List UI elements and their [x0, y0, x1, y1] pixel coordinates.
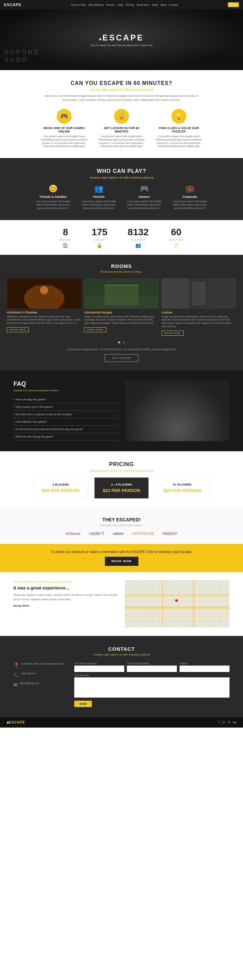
who-friends: 😊 Friends & Families Cras pretium sapien… — [35, 185, 72, 210]
friends-icon: 😊 — [35, 185, 72, 193]
faq-question-3: Are there films or games similar to this… — [13, 413, 118, 416]
faq-question-5: Do we have to wear special costumes to p… — [13, 428, 118, 431]
room-hangar-title: Abandoned Hangar — [84, 311, 158, 314]
logo-valient: valient — [113, 532, 123, 536]
logo-kinekat: KINEKAT — [162, 532, 177, 536]
nav-shop[interactable]: Shop — [152, 3, 158, 6]
pricing-2players-label: 2 PLAYERS — [39, 483, 82, 486]
faq-item-2[interactable]: Why should I join in this game? — [13, 403, 118, 411]
who-section: WHO CAN PLAY? Vivamus eget sapien vel ni… — [0, 158, 243, 220]
map-grid-overlay — [125, 580, 230, 627]
stat-locks: 175 LOCKS 🔒 — [92, 227, 108, 248]
feature-book: 🎮 BOOK ONE OF OUR GAMES ONLINE Cras pret… — [40, 109, 88, 148]
rooms-title: ROOMS — [7, 263, 236, 269]
nav-who-attends[interactable]: Who Attends — [88, 3, 104, 6]
faq-question-6: Will it be safe during the game? — [13, 435, 118, 438]
nav-book-now[interactable]: Book Now — [137, 3, 149, 6]
pricing-title: PRICING — [13, 461, 230, 468]
faq-left: FAQ Answers to common questions below...… — [13, 380, 118, 441]
locks-stat-icon: 🔒 — [92, 243, 108, 248]
lock-icon: 🔒 — [114, 109, 129, 124]
map-marker — [175, 599, 178, 602]
faq-item-1[interactable]: Who can play this game? — [13, 396, 118, 403]
nav-pricing[interactable]: Pricing — [126, 3, 134, 6]
footer-logo: ■ESCAPE — [7, 721, 25, 724]
navbar: ESCAPE How to Play Who Attends Rooms FAQ… — [0, 0, 243, 10]
lightbulb-icon: 💡 — [171, 109, 186, 124]
room-alchemist-book-button[interactable]: BOOK NOW — [7, 327, 29, 332]
cart-button[interactable]: $0.00 — [228, 2, 239, 7]
hero-subtitle: The #1 rated Fun and Games attraction in… — [90, 44, 153, 47]
banner-book-button[interactable]: BOOK NOW — [105, 557, 138, 566]
name-label: Your Name (required) — [74, 662, 124, 665]
pricing-subtitle: Vivamus eget sapien vel nibh maximus pla… — [13, 469, 230, 473]
features-list: 🎮 BOOK ONE OF OUR GAMES ONLINE Cras pret… — [13, 109, 230, 148]
instagram-icon[interactable]: in — [222, 721, 225, 724]
nav-blog[interactable]: Blog — [161, 3, 166, 6]
faq-item-6[interactable]: Will it be safe during the game? — [13, 433, 118, 441]
hero-logo-mark: ■ ESCAPE — [90, 33, 153, 43]
rooms-subtitle: 60 minutes and the clock is ticking... — [7, 270, 236, 273]
all-rooms-button[interactable]: ALL ROOMS — [105, 354, 138, 362]
email-icon: ✉ — [13, 682, 18, 687]
nav-rooms[interactable]: Rooms — [106, 3, 115, 6]
map-road-h1 — [125, 595, 230, 597]
escape-title: CAN YOU ESCAPE IN 60 MINUTES? — [13, 80, 230, 86]
submit-button[interactable]: Send — [74, 701, 92, 707]
rooms-dot-1[interactable] — [118, 341, 120, 344]
rooms-dot-2[interactable] — [123, 341, 125, 344]
who-items-list: 😊 Friends & Families Cras pretium sapien… — [13, 185, 230, 210]
nav-contact[interactable]: Contact — [169, 3, 178, 6]
message-textarea[interactable] — [74, 678, 230, 698]
testimonial-right — [125, 580, 230, 627]
faq-subtitle: Answers to common questions below... — [13, 389, 118, 392]
subject-input[interactable] — [179, 666, 230, 672]
map-road-h3 — [125, 616, 230, 617]
stats-section: 8 ROOMS 🏠 175 LOCKS 🔒 8132 PLAYERS 👥 60 … — [0, 220, 243, 255]
copyright-icon[interactable]: © — [228, 721, 230, 724]
test-author: Becky Hicks — [13, 604, 118, 607]
form-row-1: Your Name (required) Your Email (require… — [74, 662, 230, 672]
navbar-logo[interactable]: ESCAPE — [4, 3, 21, 7]
faq-item-3[interactable]: Are there films or games similar to this… — [13, 411, 118, 418]
faq-item-4[interactable]: How difficult is the game? — [13, 418, 118, 426]
contact-address: El Camino Street, Canoelogue los fatsos — [21, 662, 64, 666]
logo-airsense: AirSense — [66, 532, 80, 536]
escape-section: CAN YOU ESCAPE IN 60 MINUTES? Vivamus eg… — [0, 70, 243, 158]
logos-title: THEY ESCAPED! — [13, 517, 230, 522]
contact-email-item: ✉ 00000@gmail.com — [13, 682, 67, 687]
pricing-section: PRICING Vivamus eget sapien vel nibh max… — [0, 451, 243, 509]
map-road-h2 — [125, 606, 230, 609]
twitter-icon[interactable]: tw — [233, 721, 236, 724]
feature-clues-title: FIND CLUES & SOLVE OUR PUZZLES — [155, 126, 203, 133]
room-hangar-book-button[interactable]: BOOK NOW — [84, 327, 106, 332]
rooms-stat-icon: 🏠 — [59, 243, 71, 248]
hero-watermark-line2: SUBR — [4, 56, 40, 64]
who-tourists-desc: Cras pretium sapien nibh fringilla Dallu… — [80, 200, 117, 210]
faq-item-5[interactable]: Do we have to wear special costumes to p… — [13, 426, 118, 433]
email-input[interactable] — [127, 666, 177, 672]
faq-title: FAQ — [13, 380, 118, 388]
stat-locks-number: 175 — [92, 227, 108, 238]
testimonial-left: The #1 rated Fun and Games attraction in… — [13, 580, 118, 627]
nav-faq[interactable]: FAQ — [117, 3, 123, 6]
stat-locks-label: LOCKS — [92, 238, 108, 241]
room-asylum: Asylum Integer sed euist felis condiment… — [161, 278, 236, 336]
logos-row: AirSense LIQUID IT valient LIGHTHOUSE KI… — [13, 532, 230, 536]
nav-how-to-play[interactable]: How to Play — [71, 3, 86, 6]
who-corporate-desc: Cras pretium sapien nibh fringilla Dallu… — [171, 200, 209, 210]
room-asylum-book-button[interactable]: BOOK NOW — [161, 331, 184, 336]
test-eyebrow: The #1 rated Fun and Games attraction in… — [13, 580, 118, 583]
navbar-links: How to Play Who Attends Rooms FAQ Pricin… — [71, 3, 178, 6]
name-input[interactable] — [74, 666, 124, 672]
room-asylum-image — [161, 278, 236, 309]
facebook-icon[interactable]: f — [219, 721, 220, 724]
feature-book-title: BOOK ONE OF OUR GAMES ONLINE — [40, 126, 88, 133]
feature-locked-desc: Cras pretium sapien nibh fringilla Dallu… — [98, 135, 145, 148]
rooms-footer-text: Consectetur adipiscing elit. Ut elit tel… — [7, 348, 236, 351]
room-alchemist-desc: Vestibulum commodo vel nisl, hendrerit m… — [7, 315, 82, 325]
room-asylum-desc: Integer sed euist felis condimentum. Mae… — [161, 315, 236, 328]
pricing-34players: 3 - 4 PLAYERS $22 PER PERSON — [94, 477, 149, 498]
hero-watermark-line1: SUPSHÉ — [4, 49, 40, 56]
escape-subtitle: Vivamus eget sapien vel nibh maximus pla… — [13, 88, 230, 91]
